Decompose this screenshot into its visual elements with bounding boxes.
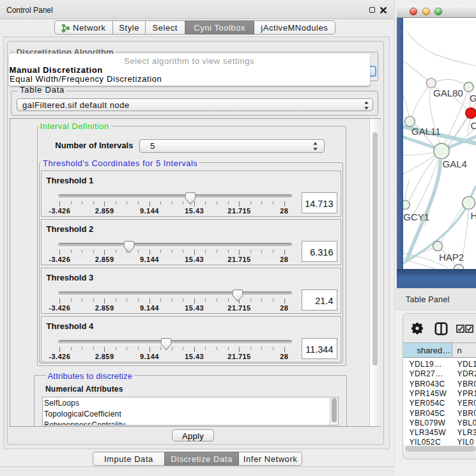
svg-text:GAL: GAL [470, 93, 476, 104]
svg-text:GAL4: GAL4 [442, 158, 466, 169]
svg-text:GAL11: GAL11 [411, 126, 441, 137]
svg-text:HIS: HIS [470, 210, 476, 221]
svg-text:GCY1: GCY1 [403, 211, 429, 222]
svg-text:GAL80: GAL80 [433, 88, 463, 98]
svg-text:HAP2: HAP2 [439, 252, 464, 263]
svg-text:CY: CY [470, 119, 476, 130]
